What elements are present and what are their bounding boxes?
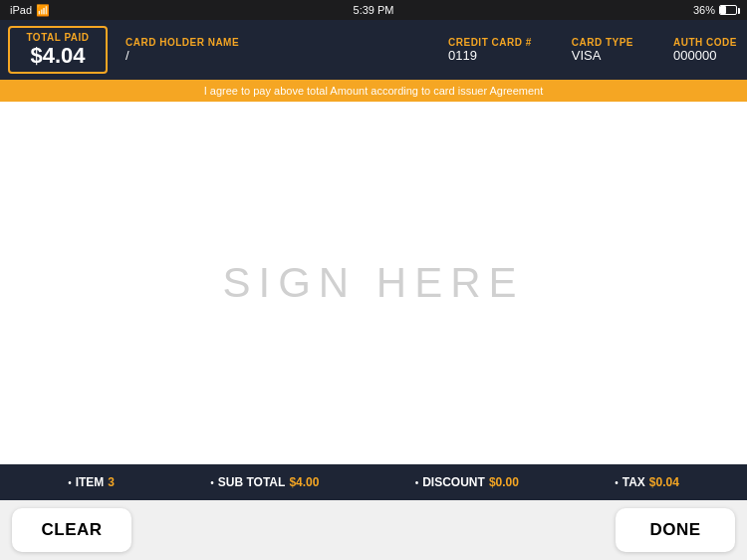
auth-code-value: 000000	[673, 48, 737, 64]
agreement-bar: I agree to pay above total Amount accord…	[0, 80, 747, 102]
signature-area[interactable]: SIGN HERE	[0, 102, 747, 464]
status-bar: iPad 📶 5:39 PM 36%	[0, 0, 747, 20]
battery-icon	[719, 5, 737, 15]
auth-code-label: AUTH CODE	[673, 37, 737, 48]
item-label: ITEM	[76, 475, 105, 489]
discount-value: $0.00	[489, 475, 519, 489]
credit-card-label: CREDIT CARD #	[448, 37, 532, 48]
sign-here-watermark: SIGN HERE	[222, 259, 524, 307]
discount-label: DISCOUNT	[422, 475, 485, 489]
subtotal-value: $4.00	[289, 475, 319, 489]
card-type-label: CARD TYPE	[572, 37, 633, 48]
summary-item-count: • ITEM 3	[68, 475, 115, 489]
summary-discount: • DISCOUNT $0.00	[415, 475, 519, 489]
wifi-icon: 📶	[36, 4, 50, 17]
summary-bar: • ITEM 3 • SUB TOTAL $4.00 • DISCOUNT $0…	[0, 464, 747, 500]
card-type-value: VISA	[572, 48, 633, 64]
done-button[interactable]: DONE	[616, 508, 735, 552]
header: TOTAL PAID $4.04 CARD HOLDER NAME / CRED…	[0, 20, 747, 80]
battery-pct: 36%	[693, 4, 715, 16]
tax-label: TAX	[622, 475, 645, 489]
card-holder-label: CARD HOLDER NAME	[125, 37, 408, 48]
total-paid-label: TOTAL PAID	[26, 32, 89, 43]
bottom-bar: CLEAR DONE	[0, 500, 747, 560]
total-paid-value: $4.04	[30, 43, 85, 69]
auth-code-field: AUTH CODE 000000	[673, 37, 737, 64]
total-paid-box: TOTAL PAID $4.04	[8, 26, 108, 74]
card-holder-field: CARD HOLDER NAME /	[125, 37, 408, 64]
card-holder-value: /	[125, 48, 408, 64]
summary-subtotal: • SUB TOTAL $4.00	[210, 475, 319, 489]
agreement-text: I agree to pay above total Amount accord…	[204, 85, 544, 97]
clear-button[interactable]: CLEAR	[12, 508, 131, 552]
credit-card-field: CREDIT CARD # 0119	[448, 37, 532, 64]
item-value: 3	[108, 475, 115, 489]
status-time: 5:39 PM	[354, 4, 394, 16]
tax-value: $0.04	[649, 475, 679, 489]
summary-tax: • TAX $0.04	[615, 475, 679, 489]
subtotal-label: SUB TOTAL	[218, 475, 286, 489]
card-type-field: CARD TYPE VISA	[572, 37, 633, 64]
device-label: iPad	[10, 4, 32, 16]
credit-card-value: 0119	[448, 48, 532, 64]
card-info: CARD HOLDER NAME / CREDIT CARD # 0119 CA…	[116, 20, 747, 80]
